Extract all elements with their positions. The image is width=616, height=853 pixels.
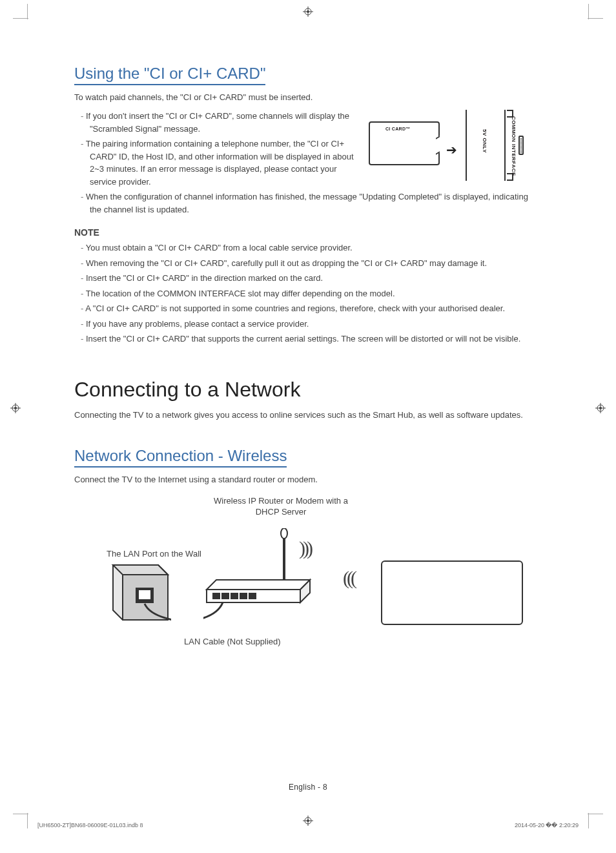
note-heading: NOTE: [74, 227, 539, 238]
registration-mark-right: [595, 403, 606, 413]
ci-card-icon: CI CARD™: [369, 121, 440, 165]
svg-rect-20: [212, 593, 220, 599]
arrow-icon: ➔: [446, 142, 457, 158]
ci-intro: To watch paid channels, the "CI or CI+ C…: [74, 92, 539, 103]
ci-bullet: When the configuration of channel inform…: [81, 190, 539, 216]
ci-card-diagram: CI CARD™ ➔ 5V ONLY COMMON INTERFACE: [358, 110, 539, 190]
ci-bullets-top: If you don't insert the "CI or CI+ CARD"…: [74, 110, 358, 188]
wireless-intro: Connect the TV to the Internet using a s…: [74, 474, 539, 486]
svg-rect-24: [249, 593, 256, 599]
print-timestamp: 2014-05-20 �� 2:20:29: [515, 822, 579, 828]
ci-bullets-full: When the configuration of channel inform…: [74, 190, 539, 216]
svg-rect-22: [231, 593, 238, 599]
registration-mark-left: [10, 403, 21, 413]
note-bullet: If you have any problems, please contact…: [81, 318, 539, 331]
svg-point-3: [307, 10, 309, 13]
network-intro: Connecting the TV to a network gives you…: [74, 409, 539, 421]
note-bullet: A "CI or CI+ CARD" is not supported in s…: [81, 302, 539, 315]
lan-cable-label: LAN Cable (Not Supplied): [184, 637, 281, 646]
ci-card-label: CI CARD™: [385, 127, 411, 131]
note-bullet: Insert the "CI or CI+ CARD" in the direc…: [81, 272, 539, 285]
svg-point-19: [281, 528, 287, 539]
router-label: Wireless IP Router or Modem with a DHCP …: [210, 496, 352, 518]
print-file-info: [UH6500-ZT]BN68-06009E-01L03.indb 8: [37, 822, 143, 828]
svg-rect-21: [221, 593, 229, 599]
ci-section-title: Using the "CI or CI+ CARD": [74, 65, 265, 85]
note-bullet: When removing the "CI or CI+ CARD", care…: [81, 257, 539, 270]
lan-wall-label: The LAN Port on the Wall: [107, 549, 201, 559]
power-label: 5V ONLY: [482, 129, 488, 153]
page-content: Using the "CI or CI+ CARD" To watch paid…: [74, 65, 539, 670]
slot-label: COMMON INTERFACE: [511, 116, 517, 176]
router-icon: [203, 528, 313, 625]
note-bullet: The location of the COMMON INTERFACE slo…: [81, 287, 539, 300]
network-main-title: Connecting to a Network: [74, 378, 539, 402]
ci-bullet: If you don't insert the "CI or CI+ CARD"…: [81, 110, 358, 135]
svg-rect-17: [139, 590, 150, 599]
note-bullet: Insert the "CI or CI+ CARD" that support…: [81, 333, 539, 345]
tv-icon: [381, 560, 523, 625]
svg-rect-23: [240, 593, 247, 599]
svg-point-7: [14, 407, 17, 409]
note-bullet: You must obtain a "CI or CI+ CARD" from …: [81, 242, 539, 254]
svg-point-11: [599, 407, 602, 409]
wall-port-icon: [107, 562, 171, 626]
wireless-title: Network Connection - Wireless: [74, 447, 287, 468]
ci-bullet: The pairing information containing a tel…: [81, 138, 358, 188]
wifi-signal-out-icon: ))): [299, 537, 311, 559]
wireless-diagram: Wireless IP Router or Modem with a DHCP …: [74, 496, 539, 670]
page-footer: English - 8: [0, 783, 616, 792]
print-info-bar: [UH6500-ZT]BN68-06009E-01L03.indb 8 2014…: [37, 822, 579, 828]
wifi-signal-in-icon: ))): [345, 567, 357, 589]
note-bullets: You must obtain a "CI or CI+ CARD" from …: [74, 242, 539, 345]
registration-mark-top: [303, 6, 313, 17]
